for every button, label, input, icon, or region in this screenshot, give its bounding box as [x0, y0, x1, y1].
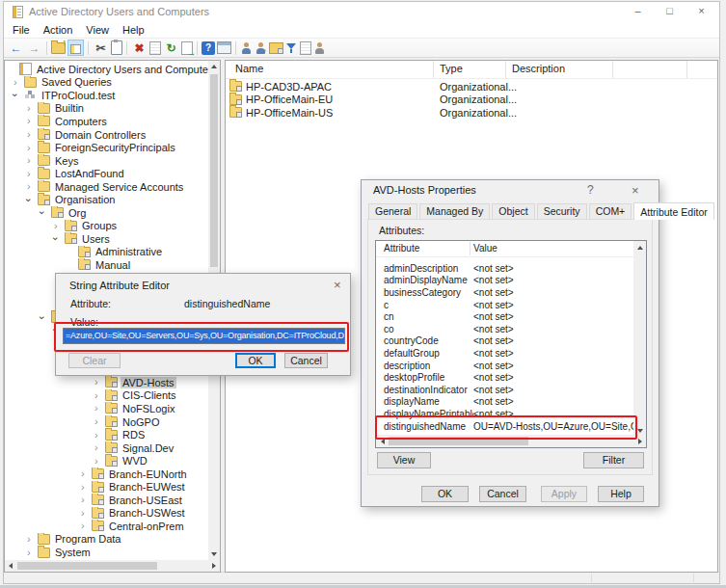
chevron-icon[interactable] — [40, 207, 51, 218]
list-item[interactable]: HP-OfficeMain-US Organizational... — [226, 106, 717, 120]
tree-item[interactable]: Branch-USEast — [5, 494, 208, 507]
chevron-icon[interactable] — [13, 90, 24, 100]
tree-item[interactable]: Organisation — [5, 193, 208, 206]
scroll-left-icon[interactable] — [376, 435, 389, 447]
attribute-row[interactable]: c <not set> — [376, 299, 633, 311]
new-user-icon[interactable] — [240, 41, 253, 55]
tree-item[interactable]: Users — [5, 232, 208, 246]
chevron-icon[interactable] — [94, 442, 105, 453]
chevron-icon[interactable] — [81, 508, 92, 519]
tree-item[interactable]: Active Directory Users and Computers [AD… — [5, 63, 208, 76]
tree-item[interactable]: Org — [5, 206, 208, 220]
toolbar-separator[interactable] — [46, 41, 47, 55]
properties-sheet-icon[interactable] — [149, 41, 161, 55]
chevron-icon[interactable] — [81, 521, 92, 531]
script-icon[interactable] — [300, 41, 311, 55]
tree-item[interactable]: LostAndFound — [5, 167, 208, 180]
chevron-icon[interactable] — [81, 494, 92, 505]
scroll-left-icon[interactable] — [5, 560, 16, 572]
chevron-icon[interactable] — [94, 430, 105, 441]
apply-button[interactable]: Apply — [541, 486, 587, 502]
chevron-icon[interactable] — [27, 103, 38, 114]
maximize-button[interactable]: □ — [654, 2, 686, 21]
chevron-icon[interactable] — [27, 548, 38, 558]
cut-icon[interactable]: ✂ — [93, 40, 109, 56]
tree-item[interactable]: Builtin — [5, 102, 208, 116]
tree-item[interactable]: Program Data — [5, 533, 208, 547]
dialog-help-icon[interactable]: ? — [587, 183, 594, 197]
minimize-button[interactable]: – — [622, 2, 654, 21]
attribute-row[interactable]: adminDisplayName <not set> — [376, 275, 633, 287]
attribute-row[interactable]: destinationIndicator <not set> — [376, 384, 633, 396]
attribute-row[interactable]: displayNamePrintable <not set> — [376, 408, 633, 420]
properties-tab[interactable]: Security — [537, 203, 587, 219]
tree-item[interactable]: Saved Queries — [5, 76, 208, 90]
attribute-row[interactable]: distinguishedName OU=AVD-Hosts,OU=Azure,… — [376, 420, 633, 433]
menu-item[interactable]: File — [6, 24, 37, 36]
chevron-icon[interactable] — [94, 377, 105, 388]
clear-button[interactable]: Clear — [68, 353, 121, 368]
column-header-name[interactable]: Name — [226, 61, 434, 78]
properties-tab[interactable]: Managed By — [419, 203, 490, 219]
tree-item[interactable]: NoGPO — [5, 415, 208, 429]
grid-horizontal-scrollbar[interactable] — [376, 435, 646, 447]
close-button[interactable]: × — [686, 2, 717, 21]
scroll-right-icon[interactable] — [208, 560, 220, 572]
chevron-icon[interactable] — [40, 312, 51, 323]
tree-item[interactable]: Branch-USWest — [5, 507, 208, 521]
menu-item[interactable]: Action — [37, 24, 80, 36]
chevron-icon[interactable] — [27, 195, 38, 205]
tree-item[interactable]: Signal.Dev — [5, 441, 208, 455]
chevron-icon[interactable] — [81, 482, 92, 493]
cancel-button[interactable]: Cancel — [479, 486, 526, 502]
tree-item[interactable]: Branch-EUNorth — [5, 468, 208, 481]
tree-item[interactable]: Computers — [5, 115, 208, 128]
dialog-close-icon[interactable]: × — [334, 278, 341, 292]
chevron-icon[interactable] — [94, 456, 105, 467]
tree-item[interactable]: Branch-EUWest — [5, 481, 208, 494]
attribute-row[interactable]: description <not set> — [376, 360, 633, 372]
attribute-row[interactable]: desktopProfile <not set> — [376, 371, 633, 384]
properties-tab[interactable]: General — [368, 203, 417, 219]
scroll-up-icon[interactable] — [633, 241, 646, 254]
tree-item[interactable]: Central-onPrem — [5, 520, 208, 533]
tree-item[interactable]: CIS-Clients — [5, 389, 208, 403]
delete-icon[interactable]: ✖ — [131, 40, 148, 56]
dialog-close-icon[interactable]: × — [632, 183, 639, 198]
show-console-tree-icon[interactable] — [67, 40, 84, 56]
column-header-description[interactable]: Description — [506, 61, 613, 78]
value-input[interactable]: =Azure,OU=Site,OU=Servers,OU=Sys,OU=Orga… — [63, 328, 345, 344]
attribute-row[interactable]: co <not set> — [376, 323, 633, 335]
delegate-control-icon[interactable] — [313, 41, 326, 55]
tree-item[interactable]: Managed Service Accounts — [5, 180, 208, 194]
scrollbar-thumb[interactable] — [389, 437, 528, 445]
tree-item[interactable]: RDS — [5, 428, 208, 441]
help-button[interactable]: Help — [598, 486, 644, 502]
grid-vertical-scrollbar[interactable] — [633, 241, 646, 437]
tree-item[interactable]: NoFSLogix — [5, 402, 208, 415]
attribute-row[interactable]: defaultGroup <not set> — [376, 347, 633, 360]
tree-item[interactable]: Administrative — [5, 246, 208, 259]
ok-button[interactable]: OK — [235, 353, 276, 368]
chevron-icon[interactable] — [54, 233, 65, 244]
refresh-icon[interactable]: ↻ — [163, 40, 179, 56]
menu-item[interactable]: View — [79, 24, 116, 36]
chevron-icon[interactable] — [94, 403, 105, 414]
chevron-icon[interactable] — [27, 155, 38, 166]
up-one-level-icon[interactable] — [51, 42, 66, 54]
tree-horizontal-scrollbar[interactable] — [5, 560, 220, 572]
scroll-up-icon[interactable] — [208, 61, 220, 72]
scrollbar-thumb[interactable] — [17, 562, 157, 570]
toolbar-separator[interactable] — [197, 41, 198, 55]
tree-item[interactable]: ForeignSecurityPrincipals — [5, 141, 208, 154]
paste-icon[interactable] — [111, 40, 122, 55]
tree-item[interactable]: Keys — [5, 154, 208, 168]
toolbar-separator[interactable] — [126, 41, 127, 55]
window-properties-icon[interactable] — [217, 41, 231, 54]
attribute-row[interactable]: adminDescription <not set> — [376, 262, 633, 275]
attribute-row[interactable]: countryCode <not set> — [376, 335, 633, 348]
menu-item[interactable]: Help — [116, 24, 151, 36]
tree-item[interactable]: Groups — [5, 220, 208, 233]
grid-column-value[interactable]: Value — [473, 243, 497, 254]
chevron-icon[interactable] — [94, 416, 105, 427]
